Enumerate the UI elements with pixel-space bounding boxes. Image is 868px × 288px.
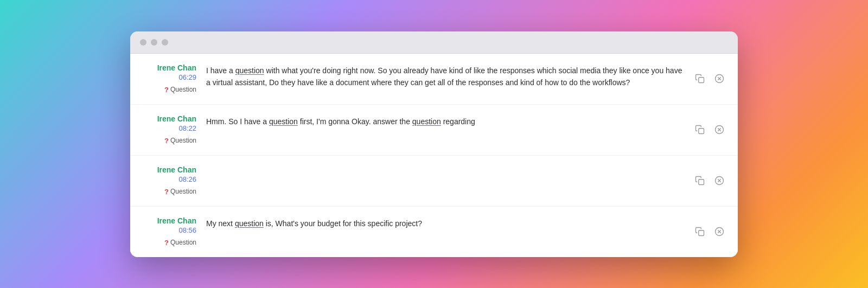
copy-icon	[695, 176, 705, 185]
svg-rect-12	[699, 231, 704, 236]
copy-icon	[695, 74, 705, 84]
close-circle-icon	[714, 125, 724, 135]
message-text: I have a question with what you're doing…	[206, 63, 686, 89]
window-dot-2	[151, 39, 157, 46]
copy-button[interactable]	[692, 224, 707, 239]
tag-label: Question	[170, 188, 196, 195]
message-meta: Irene Chan 08:22 ? Question	[141, 114, 206, 145]
message-text: My next question is, What's your budget …	[206, 216, 686, 229]
window-dot-3	[162, 39, 168, 46]
tag-label: Question	[170, 239, 196, 246]
highlighted-word: question	[235, 66, 264, 75]
speaker-name: Irene Chan	[141, 63, 196, 72]
message-actions	[686, 224, 727, 239]
message-meta: Irene Chan 08:26 ? Question	[141, 165, 206, 196]
copy-button[interactable]	[692, 71, 707, 86]
question-icon: ?	[164, 239, 169, 247]
question-icon: ?	[164, 137, 169, 145]
question-icon: ?	[164, 188, 169, 196]
copy-icon	[695, 125, 705, 135]
message-tag: ? Question	[164, 86, 196, 94]
timestamp: 08:22	[141, 124, 196, 132]
message-text: Hmm. So I have a question first, I'm gon…	[206, 114, 686, 127]
message-actions	[686, 71, 727, 86]
timestamp: 08:56	[141, 226, 196, 234]
close-circle-icon	[714, 176, 724, 185]
svg-rect-8	[699, 180, 704, 185]
remove-button[interactable]	[712, 173, 727, 188]
message-tag: ? Question	[164, 188, 196, 196]
message-tag: ? Question	[164, 239, 196, 247]
remove-button[interactable]	[712, 122, 727, 137]
tag-label: Question	[170, 137, 196, 144]
message-row: Irene Chan 08:22 ? Question Hmm. So I ha…	[130, 105, 738, 156]
message-meta: Irene Chan 08:56 ? Question	[141, 216, 206, 247]
timestamp: 08:26	[141, 175, 196, 183]
messages-list: Irene Chan 06:29 ? Question I have a que…	[130, 54, 738, 257]
speaker-name: Irene Chan	[141, 165, 196, 174]
window-dot-1	[140, 39, 146, 46]
remove-button[interactable]	[712, 224, 727, 239]
remove-button[interactable]	[712, 71, 727, 86]
highlighted-word: question	[269, 117, 298, 126]
highlighted-word: question	[412, 117, 441, 126]
message-actions	[686, 173, 727, 188]
message-meta: Irene Chan 06:29 ? Question	[141, 63, 206, 94]
message-tag: ? Question	[164, 137, 196, 145]
copy-button[interactable]	[692, 122, 707, 137]
tag-label: Question	[170, 86, 196, 93]
svg-rect-4	[699, 129, 704, 134]
copy-icon	[695, 227, 705, 236]
highlighted-word: question	[235, 219, 264, 228]
message-row: Irene Chan 08:56 ? Question My next ques…	[130, 207, 738, 257]
speaker-name: Irene Chan	[141, 114, 196, 123]
timestamp: 06:29	[141, 73, 196, 81]
close-circle-icon	[714, 74, 724, 84]
speaker-name: Irene Chan	[141, 216, 196, 225]
titlebar	[130, 31, 738, 54]
message-row: Irene Chan 08:26 ? Question	[130, 156, 738, 207]
svg-rect-0	[699, 78, 704, 83]
question-icon: ?	[164, 86, 169, 94]
app-window: Irene Chan 06:29 ? Question I have a que…	[130, 31, 738, 257]
copy-button[interactable]	[692, 173, 707, 188]
message-text	[206, 165, 686, 167]
message-row: Irene Chan 06:29 ? Question I have a que…	[130, 54, 738, 105]
close-circle-icon	[714, 227, 724, 236]
message-actions	[686, 122, 727, 137]
